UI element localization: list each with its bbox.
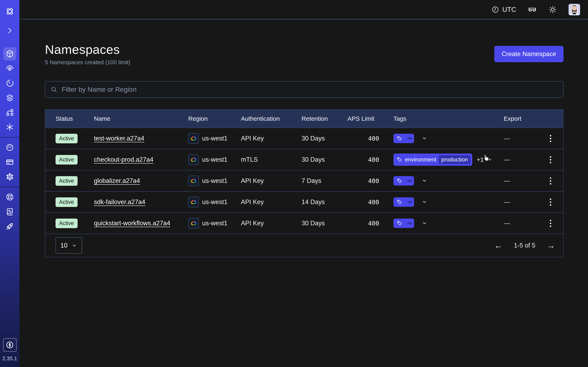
glasses-icon <box>527 5 537 14</box>
sun-icon <box>548 5 557 14</box>
sidebar-item-getting-started[interactable] <box>3 220 16 233</box>
row-menu-button[interactable] <box>546 196 555 208</box>
tag-pill[interactable] <box>393 176 414 185</box>
namespace-link[interactable]: checkout-prod.a27a4 <box>94 156 153 163</box>
region-label: us-west1 <box>202 135 227 142</box>
chevron-down-icon <box>421 178 428 184</box>
retention-value: 30 Days <box>302 220 347 227</box>
row-menu-button[interactable] <box>546 217 555 229</box>
region-label: us-west1 <box>202 156 227 163</box>
chevron-down-icon <box>421 220 428 226</box>
tags-more-toggle[interactable] <box>419 220 428 226</box>
table-row: Active checkout-prod.a27a4 us-west1 mTLS… <box>45 149 563 170</box>
row-menu-button[interactable] <box>546 154 555 166</box>
plan-button[interactable] <box>3 338 17 352</box>
create-namespace-button[interactable]: Create Namespace <box>494 46 563 62</box>
tag-pill[interactable] <box>393 134 414 143</box>
col-retention: Retention <box>302 115 347 122</box>
tag-value <box>407 137 412 140</box>
tags-more-toggle[interactable]: +1 <box>477 156 493 163</box>
aps-limit-value: 400 <box>347 220 393 227</box>
asterisk-icon <box>5 123 14 132</box>
tags-more-count: +1 <box>477 156 484 163</box>
tags-more-toggle[interactable] <box>419 178 428 184</box>
sidebar-item-settings[interactable] <box>3 170 16 183</box>
lifebuoy-icon <box>5 192 14 201</box>
theme-toggle[interactable] <box>548 5 557 14</box>
tags-cell <box>393 197 504 207</box>
export-value: — <box>504 156 536 163</box>
gcp-region-icon <box>188 133 199 144</box>
region-label: us-west1 <box>202 220 227 227</box>
col-name: Name <box>94 115 188 122</box>
gear-icon <box>5 172 14 181</box>
timezone-selector[interactable]: UTC <box>491 6 516 14</box>
region-label: us-west1 <box>202 198 227 206</box>
sidebar-item-deployments[interactable] <box>3 91 16 104</box>
tags-more-toggle[interactable] <box>419 199 428 205</box>
namespace-link[interactable]: sdk-failover.a27a4 <box>94 198 145 206</box>
user-avatar[interactable] <box>568 4 580 16</box>
credit-card-icon <box>5 158 14 167</box>
table-row: Active sdk-failover.a27a4 us-west1 API K… <box>45 191 563 212</box>
sidebar-item-docs[interactable] <box>3 205 16 218</box>
namespace-link[interactable]: globalizer.a27a4 <box>94 177 140 184</box>
aps-limit-value: 400 <box>347 156 393 163</box>
sidebar-item-support[interactable] <box>3 191 16 203</box>
cube-icon <box>5 49 14 58</box>
sidebar: 2.35.1 <box>0 0 19 367</box>
gcp-region-icon <box>188 218 199 229</box>
sidebar-expand-button[interactable] <box>3 24 16 37</box>
table-body: Active test-worker.a27a4 us-west1 API Ke… <box>45 128 563 234</box>
col-export: Export <box>504 115 536 122</box>
namespaces-page: { "topbar": { "timezone_label": "UTC", "… <box>0 0 588 367</box>
authentication-value: API Key <box>241 220 302 227</box>
retention-value: 14 Days <box>302 198 347 206</box>
col-tags: Tags <box>393 115 504 122</box>
namespaces-table: Status Name Region Authentication Retent… <box>45 109 563 257</box>
authentication-value: API Key <box>241 135 302 142</box>
authentication-value: API Key <box>241 177 302 184</box>
page-size-select[interactable]: 10 <box>56 237 82 254</box>
sidebar-item-insights[interactable] <box>3 62 16 75</box>
export-value: — <box>504 220 536 227</box>
retention-value: 30 Days <box>302 135 347 142</box>
rocket-icon <box>5 222 14 231</box>
col-status: Status <box>56 115 94 122</box>
sidebar-item-namespaces[interactable] <box>3 47 16 60</box>
tag-key: environment <box>405 156 436 163</box>
labs-toggle[interactable] <box>527 5 537 14</box>
export-value: — <box>504 177 536 184</box>
namespace-link[interactable]: quickstart-workflows.a27a4 <box>94 220 170 227</box>
sidebar-item-batch[interactable] <box>3 121 16 134</box>
tags-more-toggle[interactable] <box>419 135 428 142</box>
prev-page-button[interactable]: ← <box>494 242 502 250</box>
page-size-value: 10 <box>61 242 67 249</box>
tag-icon <box>397 220 402 226</box>
tag-value <box>407 222 412 224</box>
tag-pill[interactable] <box>393 197 414 207</box>
tag-icon <box>397 157 402 162</box>
sidebar-divider <box>0 137 19 138</box>
temporal-logo[interactable] <box>3 5 16 18</box>
namespace-link[interactable]: test-worker.a27a4 <box>94 135 144 142</box>
row-menu-button[interactable] <box>546 132 555 145</box>
sidebar-item-schedules[interactable] <box>3 77 16 90</box>
filter-input[interactable] <box>61 85 558 94</box>
sidebar-item-nexus[interactable] <box>3 106 16 119</box>
book-icon <box>5 207 14 216</box>
next-page-button[interactable]: → <box>547 242 555 250</box>
gauge-icon <box>5 143 14 152</box>
row-menu-button[interactable] <box>546 175 555 187</box>
sidebar-item-usage[interactable] <box>3 141 16 154</box>
page-subtitle: 5 Namespaces created (100 limit) <box>45 59 130 66</box>
tag-pill[interactable] <box>393 218 414 228</box>
authentication-value: API Key <box>241 198 302 206</box>
gcp-region-icon <box>188 175 199 186</box>
page-title: Namespaces <box>45 42 130 57</box>
authentication-value: mTLS <box>241 156 302 163</box>
search-icon <box>50 86 58 93</box>
tag-pill[interactable]: environment production <box>393 154 472 166</box>
chevron-down-icon <box>421 135 428 142</box>
sidebar-item-billing[interactable] <box>3 156 16 169</box>
